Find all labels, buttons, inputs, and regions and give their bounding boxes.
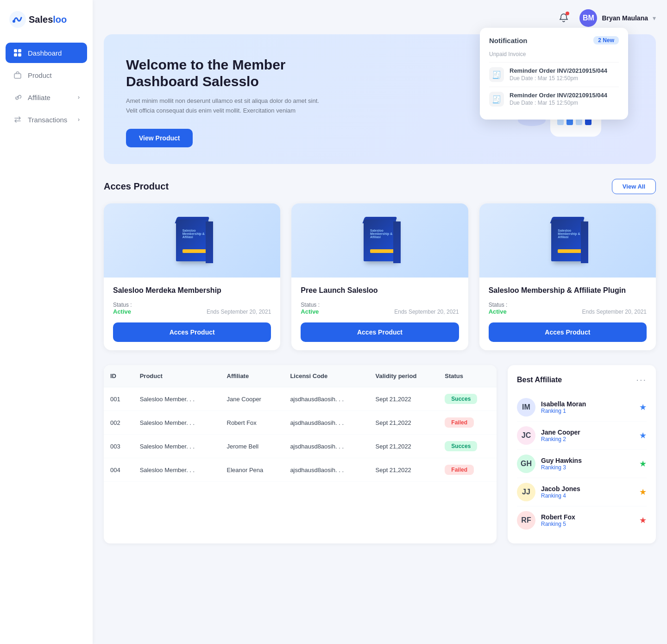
product-card-body-2: Pree Launch Salesloo Status : Active End…: [291, 278, 468, 351]
grid-icon: [13, 48, 22, 57]
view-product-button[interactable]: View Product: [126, 129, 193, 147]
status-value-1: Active: [113, 308, 132, 315]
affiliate-info: Isabella Moran Ranking 1: [541, 400, 634, 414]
cell-status: Succes: [438, 387, 497, 411]
chevron-right-icon: ›: [78, 94, 80, 101]
sidebar-item-transactions[interactable]: Transactions ›: [6, 109, 87, 130]
cell-id: 002: [104, 411, 133, 435]
box-front: SaleslooMembership & Afiliasi: [364, 220, 396, 261]
user-menu[interactable]: BM Bryan Maulana ▾: [579, 9, 656, 27]
col-affiliate: Affiliate: [220, 365, 284, 387]
affiliate-item: JJ Jacob Jones Ranking 4 ★: [517, 478, 647, 506]
product-box-1: SaleslooMembership & Afiliasi: [171, 215, 213, 266]
logo-text: Salesloo: [29, 14, 67, 25]
product-card-2: SaleslooMembership & Afiliasi Pree Launc…: [291, 203, 468, 351]
avatar-initials: BM: [579, 9, 597, 27]
notification-title: Notification: [489, 37, 528, 44]
box-side: [393, 221, 401, 263]
access-product-button-2[interactable]: Acces Product: [301, 322, 459, 342]
logo-icon: [9, 11, 26, 28]
view-all-button[interactable]: View All: [612, 179, 656, 194]
product-ends-1: Ends September 20, 2021: [207, 309, 271, 315]
affiliate-rank: Ranking 4: [541, 492, 634, 499]
product-title-3: Salesloo Membership & Affiliate Plugin: [489, 286, 647, 296]
access-product-section-header: Acces Product View All: [104, 179, 656, 194]
status-value-2: Active: [301, 308, 320, 315]
product-card-3: SaleslooMembership & Afiliasi Salesloo M…: [479, 203, 656, 351]
table-header-row: ID Product Affiliate Licensi Code Validi…: [104, 365, 497, 387]
affiliate-name: Jane Cooper: [541, 429, 634, 436]
box-front: SaleslooMembership & Afiliasi: [551, 220, 584, 261]
sidebar-item-label: Affiliate: [28, 94, 50, 101]
status-badge: Succes: [445, 394, 477, 404]
affiliate-rank: Ranking 2: [541, 436, 634, 442]
sidebar: Salesloo Dashboard Product: [0, 0, 93, 644]
affiliate-avatar: RF: [517, 511, 535, 530]
table: ID Product Affiliate Licensi Code Validi…: [104, 365, 497, 482]
link-icon: [13, 93, 22, 102]
star-icon: ★: [639, 430, 647, 441]
table-body: 001 Salesloo Member. . . Jane Cooper ajs…: [104, 387, 497, 482]
notification-section-label: Unpaid Invoice: [489, 51, 619, 57]
invoice-icon: 🧾: [489, 67, 504, 82]
box-side: [581, 221, 588, 263]
sidebar-item-product[interactable]: Product: [6, 65, 87, 85]
product-card-1: SaleslooMembership & Afiliasi Salesloo M…: [104, 203, 280, 351]
cell-status: Failed: [438, 458, 497, 482]
affiliate-rank: Ranking 5: [541, 521, 634, 527]
affiliate-info: Robert Fox Ranking 5: [541, 513, 634, 527]
svg-rect-6: [14, 74, 21, 78]
table-row: 004 Salesloo Member. . . Eleanor Pena aj…: [104, 458, 497, 482]
notification-header: Notification 2 New: [489, 36, 619, 44]
product-card-image-3: SaleslooMembership & Afiliasi: [479, 203, 656, 278]
arrows-icon: [13, 115, 22, 124]
notification-item-subtitle: Due Date : Mar 15 12:50pm: [510, 75, 607, 82]
cell-affiliate: Jerome Bell: [220, 435, 284, 458]
sidebar-item-dashboard[interactable]: Dashboard: [6, 43, 87, 63]
affiliate-name: Robert Fox: [541, 513, 634, 521]
main-content: BM Bryan Maulana ▾ Notification 2 New Un…: [93, 0, 667, 644]
product-card-body-3: Salesloo Membership & Affiliate Plugin S…: [479, 278, 656, 351]
status-label-3: Status :: [489, 302, 508, 308]
product-title-2: Pree Launch Salesloo: [301, 286, 459, 296]
affiliate-header: Best Affiliate ···: [517, 374, 647, 385]
cell-affiliate: Eleanor Pena: [220, 458, 284, 482]
notification-bell[interactable]: [555, 10, 572, 26]
product-card-image-2: SaleslooMembership & Afiliasi: [291, 203, 468, 278]
affiliate-avatar: GH: [517, 455, 535, 473]
sidebar-item-affiliate[interactable]: Affiliate ›: [6, 87, 87, 107]
table-row: 002 Salesloo Member. . . Robert Fox ajsd…: [104, 411, 497, 435]
invoice-icon: 🧾: [489, 92, 504, 107]
cell-product: Salesloo Member. . .: [133, 435, 220, 458]
col-code: Licensi Code: [283, 365, 369, 387]
status-label-1: Status :: [113, 302, 132, 308]
affiliate-rank: Ranking 1: [541, 408, 634, 414]
col-status: Status: [438, 365, 497, 387]
transactions-table: ID Product Affiliate Licensi Code Validi…: [104, 365, 497, 543]
table-row: 001 Salesloo Member. . . Jane Cooper ajs…: [104, 387, 497, 411]
affiliate-avatar: JJ: [517, 483, 535, 501]
cell-status: Failed: [438, 411, 497, 435]
affiliate-name: Jacob Jones: [541, 485, 634, 492]
hero-content: Welcome to the Member Dashboard Salesslo…: [126, 57, 321, 147]
notification-item-title: Reminder Order INV/20210915/044: [510, 92, 607, 99]
bag-icon: [13, 70, 22, 80]
col-id: ID: [104, 365, 133, 387]
affiliate-info: Guy Hawkins Ranking 3: [541, 457, 634, 471]
product-meta-1: Status : Active Ends September 20, 2021: [113, 302, 271, 315]
product-card-image-1: SaleslooMembership & Afiliasi: [104, 203, 280, 278]
product-ends-3: Ends September 20, 2021: [582, 309, 647, 315]
access-product-button-1[interactable]: Acces Product: [113, 322, 271, 342]
cell-product: Salesloo Member. . .: [133, 387, 220, 411]
chevron-down-icon: ▾: [653, 14, 656, 22]
more-options-icon[interactable]: ···: [636, 374, 647, 385]
affiliate-item: GH Guy Hawkins Ranking 3 ★: [517, 450, 647, 478]
star-icon: ★: [639, 487, 647, 497]
product-box-3: SaleslooMembership & Afiliasi: [547, 215, 588, 266]
table-row: 003 Salesloo Member. . . Jerome Bell ajs…: [104, 435, 497, 458]
avatar: BM: [579, 9, 597, 27]
notification-panel: Notification 2 New Unpaid Invoice 🧾 Remi…: [480, 28, 628, 120]
affiliate-item: RF Robert Fox Ranking 5 ★: [517, 506, 647, 534]
chevron-right-icon: ›: [78, 116, 80, 123]
access-product-button-3[interactable]: Acces Product: [489, 322, 647, 342]
